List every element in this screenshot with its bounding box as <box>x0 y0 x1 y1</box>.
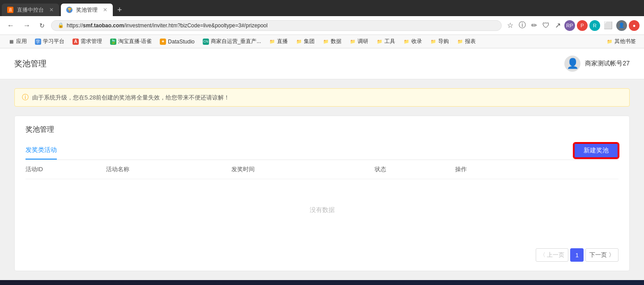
prev-page-button[interactable]: 〈 上一页 <box>536 248 569 262</box>
user-name: 商家测试帐号27 <box>585 60 630 68</box>
profile-avatar-2[interactable]: P <box>577 20 588 31</box>
bookmark-group-label: 集团 <box>304 38 315 45</box>
profile-avatar-1[interactable]: RP <box>564 20 575 31</box>
bookmark-data-label: 数据 <box>331 38 341 45</box>
watermark-area: 广大·电商卖家助手 <box>0 280 644 285</box>
pagination: 〈 上一页 1 下一页 〉 <box>26 241 618 262</box>
lock-icon: 🔒 <box>58 22 64 28</box>
col-award-time: 发奖时间 <box>231 165 375 173</box>
reload-button[interactable]: ↻ <box>37 21 47 30</box>
col-actions: 操作 <box>455 165 618 173</box>
col-status: 状态 <box>375 165 455 173</box>
bookmarks-bar: ▦ 应用 学 学习平台 A 需求管理 🍃 淘宝直播·语雀 ✦ DataStudi… <box>0 35 644 48</box>
nav-bar: ← → ↻ 🔒 https://smf.taobao.com/investmen… <box>0 16 644 35</box>
bookmark-other[interactable]: 📁 其他书签 <box>603 37 640 46</box>
bookmark-star-button[interactable]: ☆ <box>505 20 515 30</box>
folder-live-icon: 📁 <box>269 39 275 45</box>
bookmark-data[interactable]: 📁 数据 <box>319 37 345 46</box>
page-header: 奖池管理 👤 商家测试帐号27 <box>0 48 644 79</box>
folder-tools-icon: 📁 <box>376 39 383 45</box>
bookmark-learning-label: 学习平台 <box>43 38 64 45</box>
bookmark-merchant[interactable]: CN 商家自运营_垂直产... <box>199 37 265 46</box>
bookmark-demand[interactable]: A 需求管理 <box>69 37 106 46</box>
bookmark-live[interactable]: 📁 直播 <box>265 37 291 46</box>
user-avatar[interactable]: 👤 <box>564 56 580 72</box>
taobao-live-icon: 🍃 <box>110 39 116 45</box>
bookmark-report[interactable]: 📁 报表 <box>453 37 479 46</box>
info-button[interactable]: ⓘ <box>517 20 528 31</box>
warning-icon: ⓘ <box>22 93 29 102</box>
user-info: 👤 商家测试帐号27 <box>564 56 630 72</box>
folder-other-icon: 📁 <box>606 39 613 45</box>
datastudio-icon: ✦ <box>160 39 166 45</box>
tab-livestream-label: 直播中控台 <box>17 6 44 14</box>
bookmark-research-label: 调研 <box>358 38 368 45</box>
bookmark-taobao-live-label: 淘宝直播·语雀 <box>118 38 152 45</box>
shield-button[interactable]: 🛡 <box>541 21 551 30</box>
col-activity-name: 活动名称 <box>106 165 231 173</box>
share-button[interactable]: ↗ <box>553 20 563 30</box>
url-text: https://smf.taobao.com/investment/invite… <box>67 22 268 29</box>
forward-button[interactable]: → <box>21 21 33 30</box>
user-profile-button[interactable]: 👤 <box>616 20 627 31</box>
bookmark-report-label: 报表 <box>465 38 476 45</box>
browser-chrome: 直 直播中控台 ✕ 🏆 奖池管理 ✕ + ← → ↻ 🔒 https://smf… <box>0 0 644 48</box>
tab-prizepool-close[interactable]: ✕ <box>103 7 107 13</box>
bookmark-learning[interactable]: 学 学习平台 <box>31 37 68 46</box>
bookmark-taobao-live[interactable]: 🍃 淘宝直播·语雀 <box>107 37 155 46</box>
bookmark-other-label: 其他书签 <box>614 38 636 45</box>
tab-livestream-close[interactable]: ✕ <box>49 7 54 13</box>
page-1-button[interactable]: 1 <box>570 248 584 262</box>
bookmark-collection-label: 收录 <box>411 38 422 45</box>
account-circle[interactable]: ● <box>629 20 640 31</box>
bookmark-merchant-label: 商家自运营_垂直产... <box>211 38 261 45</box>
tab-prizepool-label: 奖池管理 <box>76 6 98 14</box>
bookmark-demand-label: 需求管理 <box>81 38 102 45</box>
profile-avatar-3[interactable]: R <box>589 20 600 31</box>
tab-livestream[interactable]: 直 直播中控台 ✕ <box>2 4 59 16</box>
new-tab-button[interactable]: + <box>113 4 127 16</box>
folder-shopping-icon: 📁 <box>430 39 436 45</box>
bookmark-tools-label: 工具 <box>384 38 395 45</box>
tab-prizepool[interactable]: 🏆 奖池管理 ✕ <box>61 4 113 16</box>
bookmark-datastudio[interactable]: ✦ DataStudio <box>156 38 198 46</box>
bookmark-collection[interactable]: 📁 收录 <box>400 37 426 46</box>
tab-bar: 直 直播中控台 ✕ 🏆 奖池管理 ✕ + <box>0 0 644 16</box>
content-area: ⓘ 由于系统升级，您在5.28前创建的奖池将全量失效，给您带来不便还请谅解！ 奖… <box>0 79 644 280</box>
nav-actions: ☆ ⓘ ✏ 🛡 ↗ RP P R ⬜ 👤 ● <box>505 20 640 31</box>
empty-text: 没有数据 <box>310 206 335 213</box>
apps-icon: ▦ <box>8 39 14 45</box>
bookmark-group[interactable]: 📁 集团 <box>292 37 318 46</box>
empty-state: 没有数据 <box>26 179 618 241</box>
warning-text: 由于系统升级，您在5.28前创建的奖池将全量失效，给您带来不便还请谅解！ <box>32 94 230 102</box>
next-page-button[interactable]: 下一页 〉 <box>585 248 618 262</box>
folder-collection-icon: 📁 <box>403 39 409 45</box>
edit-button[interactable]: ✏ <box>529 20 539 30</box>
demand-icon: A <box>73 39 79 45</box>
bookmark-apps-label: 应用 <box>16 38 27 45</box>
address-bar[interactable]: 🔒 https://smf.taobao.com/investment/invi… <box>51 20 502 31</box>
tab-award-activities[interactable]: 发奖类活动 <box>26 142 57 160</box>
learning-icon: 学 <box>35 39 41 45</box>
bookmark-shopping[interactable]: 📁 导购 <box>426 37 452 46</box>
bookmark-research[interactable]: 📁 调研 <box>346 37 372 46</box>
back-button[interactable]: ← <box>4 21 17 30</box>
tab-livestream-icon: 直 <box>7 7 13 13</box>
folder-report-icon: 📁 <box>457 39 463 45</box>
url-path: /investment/inviter.htm?bizCode=live&poo… <box>124 22 268 29</box>
col-activity-id: 活动ID <box>26 165 106 173</box>
table-header: 活动ID 活动名称 发奖时间 状态 操作 <box>26 160 618 179</box>
folder-research-icon: 📁 <box>350 39 356 45</box>
extensions-button[interactable]: ⬜ <box>602 20 614 30</box>
main-card: 奖池管理 发奖类活动 新建奖池 活动ID 活动名称 发奖时间 状态 操作 <box>14 116 630 271</box>
bookmark-shopping-label: 导购 <box>438 38 449 45</box>
warning-banner: ⓘ 由于系统升级，您在5.28前创建的奖池将全量失效，给您带来不便还请谅解！ <box>14 88 630 107</box>
bookmark-tools[interactable]: 📁 工具 <box>373 37 399 46</box>
bookmark-datastudio-label: DataStudio <box>168 39 194 45</box>
new-pool-button[interactable]: 新建奖池 <box>574 143 618 158</box>
tab-prizepool-icon: 🏆 <box>66 7 73 13</box>
bookmark-live-label: 直播 <box>277 38 288 45</box>
bookmark-apps[interactable]: ▦ 应用 <box>4 37 30 46</box>
tabs-row: 发奖类活动 新建奖池 <box>26 142 618 160</box>
merchant-icon: CN <box>203 39 209 45</box>
